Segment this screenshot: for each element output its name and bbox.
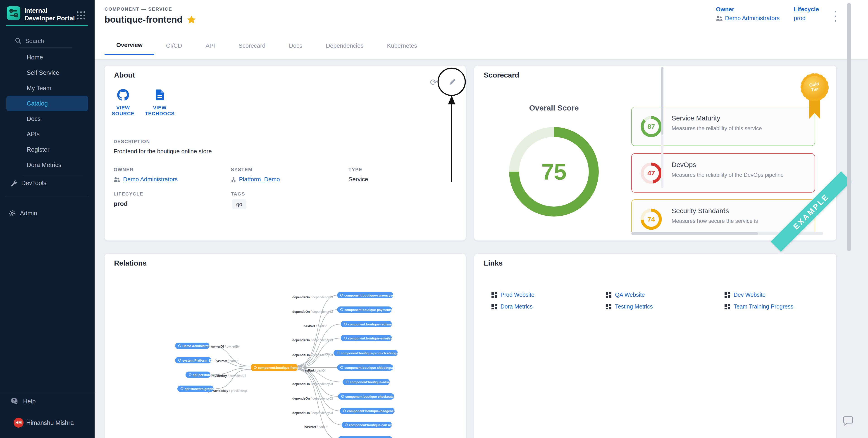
score-item-service-maturity[interactable]: 87Service MaturityMeasures the reliabili… bbox=[631, 107, 815, 146]
dashboard-icon bbox=[724, 292, 730, 298]
page-title: boutique-frontend bbox=[104, 14, 196, 25]
link-testing-metrics[interactable]: Testing Metrics bbox=[606, 303, 653, 310]
system-entity-link[interactable]: Platform_Demo bbox=[239, 176, 280, 183]
score-list-scrollbar-vertical[interactable] bbox=[661, 67, 663, 188]
link-dora-metrics[interactable]: Dora Metrics bbox=[492, 303, 533, 310]
graph-node-label: component:boutique-adservice bbox=[350, 380, 397, 384]
graph-edge-label: dependsOn / dependencyOf bbox=[292, 353, 333, 357]
search-input[interactable]: Search bbox=[25, 37, 44, 44]
graph-node-system-platform-demo[interactable]: system:Platform_Demo bbox=[175, 357, 218, 363]
tab-docs[interactable]: Docs bbox=[277, 36, 314, 55]
more-options-kebab-icon[interactable] bbox=[832, 10, 839, 23]
sidebar-item-label: Admin bbox=[20, 210, 37, 217]
sidebar-user[interactable]: HM Himanshu Mishra bbox=[0, 417, 95, 429]
dashboard-icon bbox=[492, 304, 497, 309]
sidebar-search[interactable]: Search bbox=[0, 35, 95, 47]
overall-score-label: Overall Score bbox=[529, 103, 579, 112]
sidebar-item-label: Home bbox=[27, 54, 43, 61]
about-card: About ⟳ VIEW SOURCE VIEW TECHDOCS DESCRI… bbox=[104, 65, 466, 241]
scorecard-title: Scorecard bbox=[484, 71, 519, 79]
graph-node-component-boutique-cartservice[interactable]: component:boutique-cartservice bbox=[342, 422, 398, 428]
graph-node-api-petstore[interactable]: api:petstore bbox=[186, 372, 211, 378]
tab-api[interactable]: API bbox=[194, 36, 227, 55]
graph-edge bbox=[298, 310, 337, 366]
link-label: Team Training Progress bbox=[734, 303, 793, 310]
sidebar: Internal Developer Portal Search HomeSel… bbox=[0, 0, 95, 438]
graph-node-component-boutique-paymentservice[interactable]: component:boutique-paymentservice bbox=[337, 306, 401, 313]
owner-value[interactable]: Demo Administrators bbox=[716, 15, 779, 22]
gear-icon bbox=[9, 210, 16, 217]
tags-field-label: TAGS bbox=[231, 191, 245, 197]
score-value: 74 bbox=[639, 207, 663, 231]
graph-node-component-boutique-shippingservice[interactable]: component:boutique-shippingservice bbox=[337, 364, 401, 371]
sidebar-item-admin[interactable]: Admin bbox=[9, 207, 37, 220]
view-source-button[interactable]: VIEW SOURCE bbox=[110, 89, 136, 116]
owner-link[interactable]: Demo Administrators bbox=[725, 15, 779, 22]
graph-node-component-boutique-emailservice[interactable]: component:boutique-emailservice bbox=[341, 335, 400, 341]
techdocs-icon bbox=[154, 89, 165, 101]
graph-node-component-boutique-redisservice[interactable]: component:boutique-redisservice bbox=[341, 321, 399, 327]
favorite-star-icon[interactable] bbox=[187, 15, 196, 24]
sidebar-item-my-team[interactable]: My Team bbox=[6, 80, 88, 96]
sidebar-item-label: Catalog bbox=[27, 100, 48, 107]
graph-node-component-boutique-loadgenerator[interactable]: component:boutique-loadgenerator bbox=[340, 408, 401, 414]
tab-dependencies[interactable]: Dependencies bbox=[314, 36, 375, 55]
description-value: Frontend for the boutique online store bbox=[114, 148, 212, 155]
edit-pencil-icon[interactable] bbox=[448, 78, 456, 88]
system-field-value: Platform_Demo bbox=[231, 176, 280, 183]
divider bbox=[6, 196, 88, 196]
circuit-logo-glyph bbox=[7, 6, 20, 20]
link-label: Dora Metrics bbox=[500, 303, 533, 310]
tab-overview[interactable]: Overview bbox=[104, 36, 154, 55]
link-label: QA Website bbox=[615, 292, 645, 298]
graph-node-api-starwars-graphql[interactable]: api:starwars-graphql bbox=[177, 385, 216, 392]
sidebar-item-docs[interactable]: Docs bbox=[6, 111, 88, 127]
owner-entity-link[interactable]: Demo Administrators bbox=[123, 176, 178, 183]
tab-scorecard[interactable]: Scorecard bbox=[227, 36, 277, 55]
sidebar-item-apis[interactable]: APIs bbox=[6, 127, 88, 142]
refresh-icon[interactable]: ⟳ bbox=[430, 77, 437, 87]
page-scrollbar[interactable] bbox=[847, 3, 851, 251]
graph-edge-label: dependsOn / dependencyOf bbox=[292, 382, 333, 386]
link-prod-website[interactable]: Prod Website bbox=[492, 292, 534, 298]
graph-node-label: system:Platform_Demo bbox=[182, 359, 218, 362]
sidebar-item-self-service[interactable]: Self Service bbox=[6, 65, 88, 80]
graph-node-component-boutique-currencyservice[interactable]: component:boutique-currencyservice bbox=[337, 292, 401, 298]
graph-edge-label: dependsOn / dependencyOf bbox=[292, 338, 333, 342]
graph-node-component-boutique-checkoutservice[interactable]: component:boutique-checkoutservice bbox=[338, 393, 403, 400]
sidebar-item-register[interactable]: Register bbox=[6, 142, 88, 157]
apps-grid-icon[interactable] bbox=[77, 11, 86, 20]
dashboard-icon bbox=[724, 304, 730, 309]
sidebar-item-home[interactable]: Home bbox=[6, 50, 88, 65]
sidebar-item-devtools[interactable]: DevTools bbox=[10, 177, 46, 190]
owner-field-label: OWNER bbox=[114, 167, 134, 172]
relations-graph[interactable]: ownerOf / ownedByhasPart / partOfapiProv… bbox=[104, 254, 466, 438]
dashboard-icon bbox=[492, 292, 497, 298]
score-description: Measures how secure the service is bbox=[672, 218, 758, 224]
graph-node-label: component:boutique-emailservice bbox=[348, 337, 400, 340]
chat-bubble-icon[interactable] bbox=[843, 415, 855, 429]
tab-ci-cd[interactable]: CI/CD bbox=[154, 36, 194, 55]
graph-node-component-boutique-productcatalogservice[interactable]: component:boutique-productcatalogservice bbox=[334, 350, 407, 356]
graph-node-clipped-node[interactable] bbox=[338, 436, 392, 438]
type-field-value: Service bbox=[348, 176, 368, 183]
sidebar-item-catalog[interactable]: Catalog bbox=[6, 96, 88, 111]
owner-field-value: Demo Administrators bbox=[114, 176, 178, 183]
graph-node-component-boutique-adservice[interactable]: component:boutique-adservice bbox=[343, 379, 397, 385]
sidebar-item-help[interactable]: ? Help bbox=[11, 395, 36, 408]
link-team-training-progress[interactable]: Team Training Progress bbox=[724, 303, 793, 310]
tab-kubernetes[interactable]: Kubernetes bbox=[375, 36, 429, 55]
score-item-devops[interactable]: 47DevOpsMeasures the reliability of the … bbox=[631, 153, 815, 193]
entity-header: COMPONENT — SERVICE boutique-frontend Ow… bbox=[95, 0, 868, 59]
link-qa-website[interactable]: QA Website bbox=[606, 292, 645, 298]
graph-node-demo-administrators[interactable]: Demo Administrators bbox=[175, 343, 215, 349]
sidebar-item-dora-metrics[interactable]: Dora Metrics bbox=[6, 157, 88, 173]
entity-tabs: OverviewCI/CDAPIScorecardDocsDependencie… bbox=[104, 36, 429, 55]
view-techdocs-button[interactable]: VIEW TECHDOCS bbox=[144, 89, 176, 116]
link-dev-website[interactable]: Dev Website bbox=[724, 292, 766, 298]
app-logo-icon[interactable] bbox=[7, 6, 20, 20]
graph-edge-label: hasPart / partOf bbox=[215, 359, 238, 363]
link-label: Dev Website bbox=[734, 292, 766, 298]
graph-node-component-boutique-frontend[interactable]: component:boutique-frontend bbox=[251, 364, 304, 371]
graph-node-label: Demo Administrators bbox=[182, 344, 215, 348]
